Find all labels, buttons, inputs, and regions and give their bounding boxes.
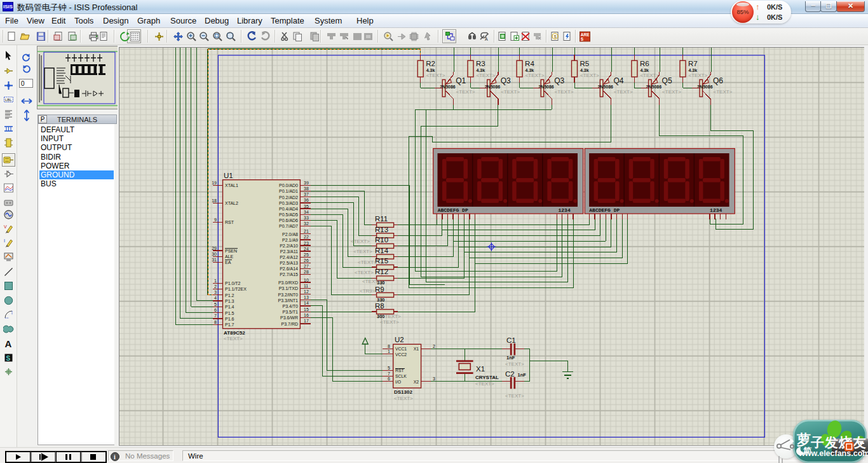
svg-text:9: 9 bbox=[214, 218, 217, 222]
svg-text:Q1: Q1 bbox=[456, 76, 466, 85]
svg-text:<TEXT>: <TEXT> bbox=[689, 73, 708, 78]
svg-text:C2: C2 bbox=[505, 370, 515, 378]
svg-text:1: 1 bbox=[214, 279, 217, 283]
svg-text:<TEXT>: <TEXT> bbox=[714, 89, 733, 95]
svg-text:<TEXT>: <TEXT> bbox=[224, 336, 243, 342]
svg-text:XTAL1: XTAL1 bbox=[225, 183, 238, 188]
svg-text:R7: R7 bbox=[688, 60, 698, 67]
svg-text:R5: R5 bbox=[580, 60, 590, 67]
svg-text:P0.0/AD0: P0.0/AD0 bbox=[279, 183, 298, 188]
svg-text:R9: R9 bbox=[375, 286, 384, 293]
svg-text:4: 4 bbox=[214, 296, 217, 300]
svg-text:C1: C1 bbox=[506, 336, 516, 344]
svg-text:P1.6: P1.6 bbox=[225, 317, 234, 321]
svg-text:ABCDEFG DP: ABCDEFG DP bbox=[589, 207, 620, 213]
svg-text:<TEXT>: <TEXT> bbox=[351, 238, 370, 244]
svg-text:31: 31 bbox=[212, 258, 217, 262]
svg-text:R13: R13 bbox=[375, 226, 388, 233]
svg-text:<TEXT>: <TEXT> bbox=[640, 73, 659, 78]
svg-text:37: 37 bbox=[304, 192, 309, 197]
svg-text:DS1302: DS1302 bbox=[394, 389, 412, 395]
svg-text:10: 10 bbox=[304, 278, 309, 282]
svg-text:7: 7 bbox=[214, 314, 217, 318]
svg-text:<TEXT>: <TEXT> bbox=[477, 73, 496, 78]
svg-text:ABCDEFG DP: ABCDEFG DP bbox=[438, 207, 468, 213]
svg-text:<TEXT>: <TEXT> bbox=[382, 314, 401, 319]
svg-text:VCC1: VCC1 bbox=[395, 347, 407, 351]
svg-text:5: 5 bbox=[388, 366, 390, 370]
svg-text:P0.3/AD3: P0.3/AD3 bbox=[279, 201, 298, 205]
svg-text:36: 36 bbox=[304, 198, 309, 202]
svg-text:8: 8 bbox=[214, 320, 217, 324]
svg-text:Q4: Q4 bbox=[613, 76, 623, 85]
svg-text:16: 16 bbox=[304, 313, 309, 317]
svg-text:P3.0/RXD: P3.0/RXD bbox=[278, 280, 298, 285]
svg-text:32: 32 bbox=[304, 221, 309, 226]
svg-text:33: 33 bbox=[304, 216, 309, 220]
svg-text:1nF: 1nF bbox=[506, 355, 515, 361]
svg-text:<TEXT>: <TEXT> bbox=[353, 249, 372, 254]
svg-text:$: $ bbox=[554, 34, 557, 39]
svg-text:18: 18 bbox=[212, 198, 217, 203]
svg-text:6: 6 bbox=[388, 377, 390, 381]
svg-text:LBL: LBL bbox=[5, 98, 12, 102]
svg-text:P3.2/INT0: P3.2/INT0 bbox=[278, 293, 298, 297]
svg-text:X1: X1 bbox=[414, 347, 419, 351]
svg-text:XTAL2: XTAL2 bbox=[225, 201, 238, 205]
svg-text:P3.4/T0: P3.4/T0 bbox=[282, 304, 298, 308]
svg-text:22: 22 bbox=[304, 235, 309, 239]
svg-text:i: i bbox=[114, 453, 116, 460]
svg-text:P1.7: P1.7 bbox=[225, 322, 234, 327]
svg-text:<TEXT>: <TEXT> bbox=[358, 259, 377, 265]
svg-text:PSEN: PSEN bbox=[225, 249, 237, 253]
svg-text:39: 39 bbox=[304, 181, 309, 185]
svg-text:<TR9>: <TR9> bbox=[360, 288, 376, 294]
svg-text:P2.4/A12: P2.4/A12 bbox=[280, 255, 298, 259]
svg-text:R11: R11 bbox=[375, 215, 388, 223]
svg-text:S: S bbox=[581, 37, 584, 41]
svg-text:EA: EA bbox=[225, 260, 231, 265]
svg-text:SCLK: SCLK bbox=[395, 374, 407, 378]
svg-text:R15: R15 bbox=[375, 257, 388, 265]
svg-text:1: 1 bbox=[388, 349, 390, 354]
svg-text:P2.7/A15: P2.7/A15 bbox=[280, 272, 298, 277]
svg-text:I: I bbox=[4, 238, 5, 243]
svg-text:35: 35 bbox=[304, 204, 309, 209]
svg-text:<TEXT>: <TEXT> bbox=[456, 89, 475, 95]
svg-text:R3: R3 bbox=[476, 60, 485, 67]
svg-text:P3.5/T1: P3.5/T1 bbox=[282, 310, 298, 314]
svg-text:P1.3: P1.3 bbox=[225, 299, 234, 303]
svg-text:30: 30 bbox=[212, 252, 217, 256]
svg-text:AT89C52: AT89C52 bbox=[224, 330, 245, 336]
svg-text:21: 21 bbox=[304, 229, 309, 233]
svg-text:ALE: ALE bbox=[225, 254, 234, 259]
svg-text:P0.6/AD6: P0.6/AD6 bbox=[279, 218, 298, 223]
svg-text:23: 23 bbox=[304, 241, 309, 245]
svg-text:<TEXT>: <TEXT> bbox=[362, 279, 381, 284]
svg-text:P1.0/T2: P1.0/T2 bbox=[225, 281, 241, 286]
svg-text:P0.7/AD7: P0.7/AD7 bbox=[279, 224, 298, 228]
svg-text:RST: RST bbox=[395, 368, 404, 373]
svg-text:24: 24 bbox=[304, 247, 309, 251]
svg-text:P0.1/AD1: P0.1/AD1 bbox=[279, 189, 298, 193]
svg-text:26: 26 bbox=[304, 258, 309, 263]
svg-text:<TEXT>: <TEXT> bbox=[426, 73, 445, 78]
svg-text:R12: R12 bbox=[375, 268, 388, 275]
svg-text:P1.4: P1.4 bbox=[225, 305, 234, 309]
svg-text:U2: U2 bbox=[395, 336, 404, 343]
svg-text:1234: 1234 bbox=[558, 207, 570, 213]
svg-text:2: 2 bbox=[214, 284, 217, 289]
svg-text:2: 2 bbox=[433, 344, 435, 349]
svg-text:P2.6/A14: P2.6/A14 bbox=[280, 266, 298, 271]
svg-text:P0.4/AD4: P0.4/AD4 bbox=[279, 207, 298, 211]
svg-text:38: 38 bbox=[304, 186, 309, 191]
svg-text:29: 29 bbox=[212, 246, 217, 251]
svg-text:子: 子 bbox=[810, 435, 824, 450]
svg-text:CRYSTAL: CRYSTAL bbox=[475, 375, 499, 380]
svg-text:P0.5/AD5: P0.5/AD5 bbox=[279, 212, 298, 217]
svg-text:1nF: 1nF bbox=[518, 372, 527, 378]
svg-text:1234: 1234 bbox=[710, 207, 722, 213]
svg-text:P3.1/TXD: P3.1/TXD bbox=[279, 286, 298, 291]
svg-text:<TEXT>: <TEXT> bbox=[355, 270, 374, 275]
svg-text:P0.2/AD2: P0.2/AD2 bbox=[279, 195, 298, 200]
